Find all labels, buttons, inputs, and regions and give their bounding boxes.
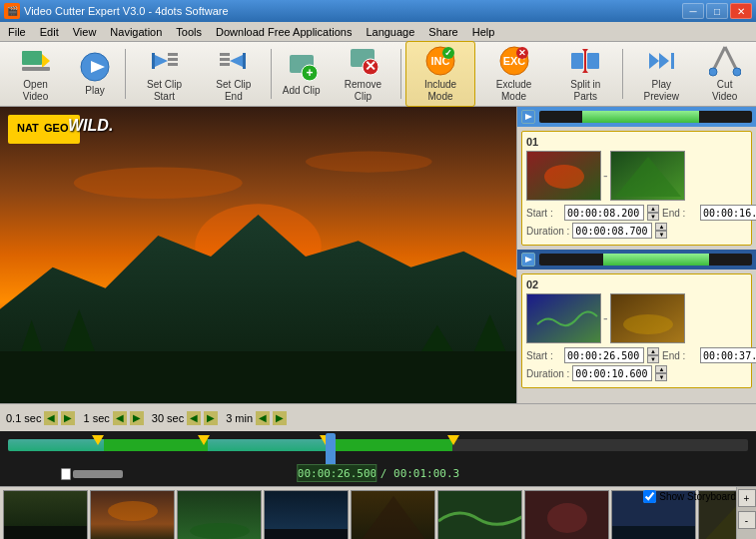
clip-2-marker [327,439,452,451]
split-in-parts-icon [569,45,601,77]
clip-2-start-down[interactable]: ▼ [647,355,659,363]
clip-1-start-up[interactable]: ▲ [647,205,659,213]
time-scale-1sec-next[interactable]: ▶ [130,411,144,425]
include-mode-button[interactable]: INC ✓ Include Mode [405,41,475,107]
clip-1-end-input[interactable] [700,205,756,221]
cut-video-button[interactable]: Cut Video [697,41,752,107]
storyboard-frame-2: 00:00:2.0 [177,490,262,539]
svg-rect-29 [571,53,583,69]
menu-language[interactable]: Language [360,24,420,40]
close-button[interactable]: ✕ [730,3,752,19]
clip-2-duration-row: Duration : ▲ ▼ [526,365,747,381]
storyboard-frame-1: 00:00:1.0 [90,490,175,539]
time-scale-30sec-next[interactable]: ▶ [204,411,218,425]
play-button[interactable]: Play [69,47,121,101]
show-storyboard-checkbox[interactable] [643,490,656,503]
clip-1-start-label: Start : [526,208,561,219]
svg-rect-30 [587,53,599,69]
svg-marker-1 [42,54,50,68]
clip-2-end-label: End : [662,350,697,361]
exclude-mode-button[interactable]: EXC ✕ Exclude Mode [477,41,550,107]
menu-download[interactable]: Download Free Applications [210,24,358,40]
toolbar: Open Video Play Set Clip Start [0,42,756,107]
panel-play-button-2[interactable] [521,253,535,267]
clip-1-duration-label: Duration : [526,226,569,237]
main-area: NAT GEO WILD. 01 [0,107,756,403]
video-preview[interactable]: NAT GEO WILD. [0,107,516,403]
clip-2-duration-input[interactable] [572,365,652,381]
clip-number-2: 02 [526,278,747,290]
clip-2-duration-up[interactable]: ▲ [655,365,667,373]
exclude-mode-icon: EXC ✕ [498,45,530,77]
zoom-in-button[interactable]: + [738,489,756,507]
time-scale-3min-prev[interactable]: ◀ [256,411,270,425]
zoom-out-button[interactable]: - [738,511,756,529]
menu-file[interactable]: File [2,24,32,40]
storyboard-scroll[interactable]: 00:00:0.0 00:00:1.0 [0,487,736,539]
time-scale-30sec-prev[interactable]: ◀ [187,411,201,425]
minimize-button[interactable]: ─ [682,3,704,19]
frame-thumb-5 [437,490,522,539]
play-icon [79,51,111,83]
set-clip-start-label: Set Clip Start [137,79,192,103]
storyboard-frame-3: 00:00:3.0 [264,490,349,539]
marker-end-2 [447,435,459,449]
menu-navigation[interactable]: Navigation [104,24,168,40]
add-clip-button[interactable]: + Add Clip [276,47,328,101]
svg-rect-45 [0,351,516,403]
clip-2-start-up[interactable]: ▲ [647,347,659,355]
open-video-button[interactable]: Open Video [4,41,67,107]
svg-point-80 [547,503,587,533]
time-scale-01sec: 0.1 sec ◀ ▶ [6,411,75,425]
clip-1-duration-up[interactable]: ▲ [655,223,667,231]
app-title: Video Cutter Expert V3.0 - 4dots Softwar… [24,5,229,17]
menu-edit[interactable]: Edit [34,24,65,40]
panel-timeline-filled [582,111,699,123]
title-bar-buttons[interactable]: ─ □ ✕ [682,3,752,19]
clip-1-duration-down[interactable]: ▼ [655,231,667,239]
scrubber-track [8,439,748,451]
clip-1-start-row: Start : ▲ ▼ End : ▲ ▼ [526,205,747,221]
total-duration-display: / 00:01:00.3 [380,467,459,480]
add-clip-label: Add Clip [283,85,321,97]
set-clip-start-button[interactable]: Set Clip Start [130,41,199,107]
svg-marker-64 [92,435,104,445]
clip-1-start-input[interactable] [564,205,644,221]
remove-clip-button[interactable]: ✕ Remove Clip [330,41,396,107]
clip-1-duration-input[interactable] [572,223,652,239]
clip-2-duration-down[interactable]: ▼ [655,373,667,381]
remove-clip-label: Remove Clip [337,79,389,103]
timeline-scrubber[interactable]: / 00:01:00.3 [0,431,756,486]
time-scale-1sec-prev[interactable]: ◀ [113,411,127,425]
split-in-parts-button[interactable]: Split in Parts [552,41,618,107]
clip-1-start-spin: ▲ ▼ [647,205,659,221]
toolbar-sep-2 [271,49,272,99]
exclude-mode-label: Exclude Mode [484,79,543,103]
scrubber-handle[interactable] [326,433,336,468]
menu-tools[interactable]: Tools [170,24,208,40]
clip-1-end-label: End : [662,208,697,219]
menu-view[interactable]: View [67,24,103,40]
time-scale-01sec-prev[interactable]: ◀ [44,411,58,425]
clip-1-start-down[interactable]: ▼ [647,213,659,221]
play-label: Play [85,85,104,97]
panel-play-button[interactable] [521,110,535,124]
svg-rect-82 [612,526,696,539]
time-scale-3min-next[interactable]: ▶ [273,411,287,425]
maximize-button[interactable]: □ [706,3,728,19]
current-time-input[interactable] [297,464,377,482]
set-clip-end-button[interactable]: Set Clip End [201,41,267,107]
clip-2-thumb-end [610,293,685,343]
timeline-controls: 0.1 sec ◀ ▶ 1 sec ◀ ▶ 30 sec ◀ ▶ 3 min ◀… [0,403,756,431]
svg-rect-9 [168,63,178,66]
menu-help[interactable]: Help [466,24,501,40]
svg-marker-60 [525,257,532,263]
clip-2-start-input[interactable] [564,347,644,363]
play-preview-button[interactable]: Play Preview [627,41,695,107]
cut-video-label: Cut Video [704,79,745,103]
clip-2-end-input[interactable] [700,347,756,363]
clip-2-start-label: Start : [526,350,561,361]
menu-share[interactable]: Share [422,24,463,40]
time-scale-01sec-next[interactable]: ▶ [61,411,75,425]
svg-point-50 [74,167,243,199]
